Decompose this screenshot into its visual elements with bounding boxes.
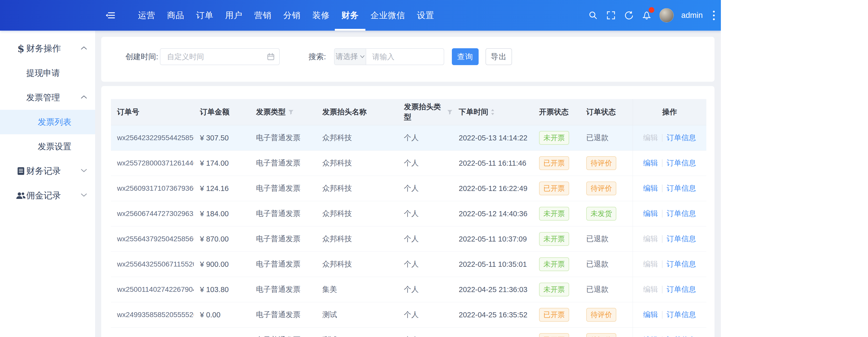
order-info-link[interactable]: 订单信息 [666, 284, 696, 294]
order-info-link[interactable]: 订单信息 [666, 133, 696, 143]
nav-item-企业微信[interactable]: 企业微信 [371, 0, 405, 31]
table-row: wx255643792504258560¥ 870.00电子普通发票众邦科技个人… [111, 226, 706, 252]
order-status-cell: 已退款 [580, 277, 633, 302]
fullscreen-icon[interactable] [606, 10, 616, 21]
invoice-title-name: 众邦科技 [316, 125, 398, 150]
query-button[interactable]: 查询 [452, 48, 478, 65]
invoice-status-cell: 未开票 [533, 226, 580, 251]
nav-item-商品[interactable]: 商品 [167, 0, 184, 31]
order-time: 2022-05-12 16:22:49 [453, 176, 533, 201]
invoice-type: 电子普通发票 [250, 252, 316, 277]
nav-item-用户[interactable]: 用户 [225, 0, 243, 31]
table-row: 电子普通发票测试个人已开票待评价编辑订单信息 [111, 328, 706, 337]
column-label: 操作 [662, 107, 677, 117]
nav-item-财务[interactable]: 财务 [341, 0, 359, 31]
invoice-status-badge: 已开票 [539, 156, 569, 170]
order-info-link[interactable]: 订单信息 [666, 183, 696, 194]
table-row: wx249935858520555520¥ 0.00电子普通发票测试个人2022… [111, 302, 706, 328]
nav-item-营销[interactable]: 营销 [254, 0, 272, 31]
order-number: wx249935858520555520 [111, 302, 194, 327]
order-time: 2022-05-11 10:35:01 [453, 252, 533, 277]
export-button[interactable]: 导出 [486, 48, 512, 65]
search-icon[interactable] [588, 10, 598, 21]
sidebar-item-发票管理[interactable]: 发票管理 [0, 85, 95, 110]
column-header-发票抬头类型[interactable]: 发票抬头类型 [398, 99, 453, 125]
notification-badge [649, 7, 654, 13]
nav-item-装修[interactable]: 装修 [312, 0, 330, 31]
edit-link[interactable]: 编辑 [643, 158, 658, 168]
edit-link[interactable]: 编辑 [643, 335, 658, 337]
order-number: wx255643792504258560 [111, 226, 194, 251]
invoice-title-type: 个人 [398, 328, 453, 337]
sidebar-item-label: 发票管理 [26, 92, 60, 104]
sidebar-item-发票设置[interactable]: 发票设置 [0, 134, 95, 159]
order-status-cell: 待评价 [580, 151, 633, 176]
actions-cell: 编辑订单信息 [633, 226, 706, 251]
invoice-title-type: 个人 [398, 277, 453, 302]
table-row: wx250011402742267904¥ 103.80电子普通发票集美个人20… [111, 277, 706, 302]
column-label: 下单时间 [459, 107, 488, 117]
column-header-发票类型[interactable]: 发票类型 [250, 99, 316, 125]
table-row: wx255728000371261440¥ 174.00电子普通发票众邦科技个人… [111, 151, 706, 176]
sidebar-item-财务操作[interactable]: $财务操作 [0, 36, 95, 61]
filter-icon[interactable] [288, 109, 294, 115]
sidebar-item-label: 发票设置 [38, 141, 71, 152]
invoice-status-badge: 未开票 [539, 232, 569, 246]
action-divider [662, 260, 662, 268]
actions-cell: 编辑订单信息 [633, 302, 706, 327]
collapse-menu-icon[interactable] [105, 0, 116, 31]
order-info-link[interactable]: 订单信息 [666, 158, 696, 168]
avatar[interactable] [659, 8, 674, 23]
nav-item-运营[interactable]: 运营 [138, 0, 155, 31]
main-content: 创建时间: 搜索: 请选择 [95, 31, 721, 337]
sidebar-item-提现申请[interactable]: 提现申请 [0, 61, 95, 85]
edit-link[interactable]: 编辑 [643, 183, 658, 194]
action-divider [662, 185, 662, 192]
search-input[interactable] [372, 52, 444, 61]
edit-link[interactable]: 编辑 [643, 310, 658, 320]
order-info-link[interactable]: 订单信息 [666, 310, 696, 320]
invoice-type: 电子普通发票 [250, 176, 316, 201]
dollar-icon: $ [15, 44, 27, 54]
table-row: wx255643255067115520¥ 900.00电子普通发票众邦科技个人… [111, 252, 706, 277]
order-info-link[interactable]: 订单信息 [666, 234, 696, 244]
date-range-input[interactable] [160, 48, 280, 65]
edit-link: 编辑 [643, 284, 658, 294]
notification-bell-icon[interactable] [642, 10, 652, 21]
invoice-status-badge: 已开票 [539, 333, 569, 337]
sidebar-item-财务记录[interactable]: 财务记录 [0, 159, 95, 183]
chevron-down-icon [81, 169, 87, 174]
invoice-title-type: 个人 [398, 302, 453, 327]
order-info-link[interactable]: 订单信息 [666, 208, 696, 219]
search-type-select[interactable]: 请选择 [335, 49, 366, 64]
order-info-link[interactable]: 订单信息 [666, 259, 696, 269]
edit-link[interactable]: 编辑 [643, 208, 658, 219]
invoice-status-cell: 未开票 [533, 201, 580, 226]
sidebar-item-label: 提现申请 [26, 67, 60, 79]
sidebar-item-佣金记录[interactable]: 佣金记录 [0, 183, 95, 208]
column-header-下单时间[interactable]: 下单时间 [453, 99, 533, 125]
sort-icon[interactable] [491, 109, 494, 115]
date-input-field[interactable] [166, 52, 267, 61]
column-label: 发票抬头名称 [322, 107, 367, 117]
order-amount: ¥ 0.00 [194, 302, 250, 327]
more-icon[interactable] [710, 9, 717, 22]
order-number: wx256067447273029632 [111, 201, 194, 226]
order-amount: ¥ 124.16 [194, 176, 250, 201]
filter-icon[interactable] [447, 109, 453, 115]
column-header-操作: 操作 [633, 99, 706, 125]
invoice-type: 电子普通发票 [250, 226, 316, 251]
nav-item-分销[interactable]: 分销 [283, 0, 301, 31]
user-name[interactable]: admin [681, 11, 703, 20]
order-info-link[interactable]: 订单信息 [666, 335, 696, 337]
invoice-status-cell: 未开票 [533, 277, 580, 302]
invoice-title-type: 个人 [398, 176, 453, 201]
column-label: 订单号 [117, 107, 139, 117]
refresh-icon[interactable] [624, 10, 634, 21]
actions-cell: 编辑订单信息 [633, 277, 706, 302]
nav-item-设置[interactable]: 设置 [417, 0, 434, 31]
sidebar-item-发票列表[interactable]: 发票列表 [0, 110, 95, 134]
table-row: wx256093171073679360¥ 124.16电子普通发票众邦科技个人… [111, 176, 706, 201]
invoice-status-badge: 未开票 [539, 131, 569, 145]
nav-item-订单[interactable]: 订单 [196, 0, 213, 31]
